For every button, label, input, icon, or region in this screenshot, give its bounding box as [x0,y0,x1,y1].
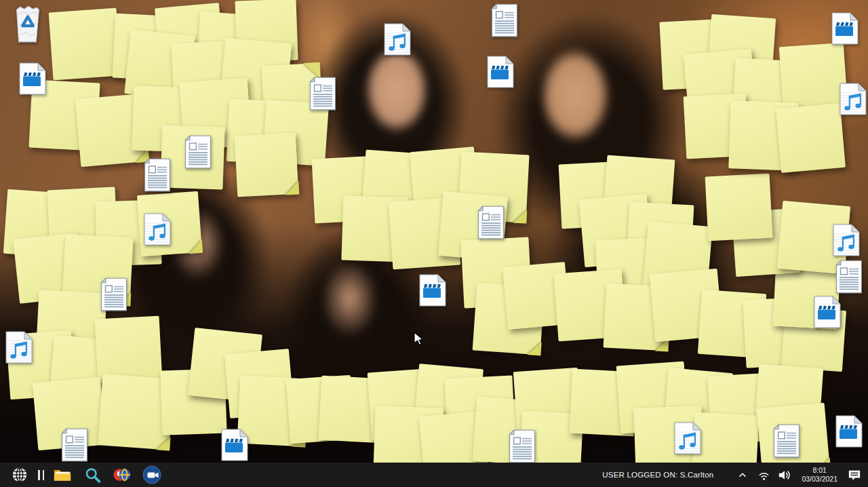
file-icon-document[interactable] [308,76,338,111]
file-icon-document[interactable] [99,277,129,312]
film-clapper-icon [18,61,47,96]
file-icon-music[interactable] [4,330,34,365]
document-icon [183,134,213,170]
taskbar-file-explorer-button[interactable] [50,463,75,487]
film-clapper-icon [418,273,448,308]
browser-globe-icon [113,466,131,484]
recycle-bin-glyph [11,4,45,45]
taskbar: USER LOGGED ON: S.Carlton 8:01 03/03/202… [0,463,868,487]
document-icon [507,429,537,463]
file-icon-video[interactable] [486,54,515,90]
file-icon-document[interactable] [490,3,519,38]
music-note-icon [4,330,34,365]
file-icon-music[interactable] [673,421,703,456]
file-icon-document[interactable] [772,423,802,459]
clock-date: 03/03/2021 [802,475,837,484]
music-note-icon [382,22,412,57]
desktop-icons-layer [0,0,868,463]
taskbar-video-app-button[interactable] [139,463,165,487]
film-clapper-icon [834,414,864,449]
film-clapper-icon [486,54,515,90]
folder-icon [54,467,71,482]
music-note-icon [673,421,703,456]
document-icon [476,205,506,240]
clock-time: 8:01 [802,466,837,475]
wifi-icon[interactable] [757,467,770,483]
document-icon [772,423,802,459]
action-center-icon[interactable] [848,467,861,483]
taskbar-search-button[interactable] [79,463,105,487]
file-icon-video[interactable] [418,273,448,308]
film-clapper-icon [830,11,860,46]
file-icon-document[interactable] [476,205,506,240]
file-icon-video[interactable] [834,414,864,449]
recycle-bin-icon[interactable] [11,4,45,45]
file-icon-video[interactable] [18,61,47,96]
document-icon [490,3,519,38]
file-icon-video[interactable] [220,427,250,463]
mouse-cursor [414,332,425,347]
music-note-icon [831,222,861,258]
taskbar-clock[interactable]: 8:01 03/03/2021 [802,466,837,484]
file-icon-video[interactable] [812,294,842,330]
file-icon-document[interactable] [142,157,172,193]
file-icon-document[interactable] [60,427,90,463]
taskbar-browser-button[interactable] [109,463,135,487]
file-icon-document[interactable] [183,134,213,170]
file-icon-music[interactable] [831,222,861,258]
search-icon [84,467,101,484]
music-note-icon [838,81,868,117]
document-icon [834,259,864,294]
pause-bars-icon [38,470,44,480]
taskbar-left-buttons [7,463,165,487]
file-icon-music[interactable] [838,81,868,117]
globe-icon [11,466,28,484]
music-note-icon [142,212,172,247]
document-icon [60,427,90,463]
file-icon-music[interactable] [142,212,172,247]
document-icon [142,157,172,193]
file-icon-video[interactable] [830,11,860,46]
logged-on-user-label: USER LOGGED ON: S.Carlton [602,471,713,479]
file-icon-music[interactable] [382,22,412,57]
document-icon [308,76,338,111]
film-clapper-icon [220,427,250,463]
volume-icon[interactable] [778,467,791,483]
file-icon-document[interactable] [834,259,864,294]
desktop [0,0,868,463]
taskbar-tray: USER LOGGED ON: S.Carlton 8:01 03/03/202… [602,466,861,484]
document-icon [99,277,129,312]
chevron-up-icon[interactable] [736,467,749,483]
start-button[interactable] [7,463,33,487]
video-camera-icon [142,465,161,484]
file-icon-document[interactable] [507,429,537,463]
film-clapper-icon [812,294,842,330]
